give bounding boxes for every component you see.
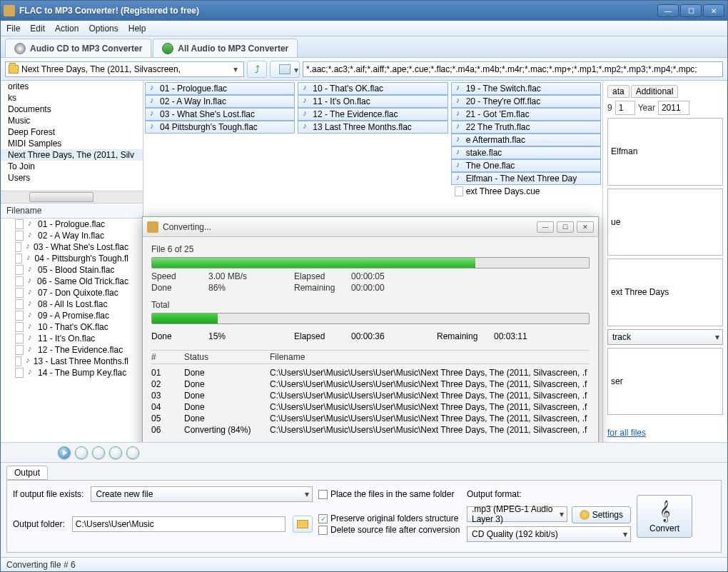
list-item[interactable]: 04 - Pittsburgh's Tough.fl <box>1 253 143 264</box>
list-item[interactable]: 01 - Prologue.flac <box>1 219 143 230</box>
output-tab[interactable]: Output <box>6 466 48 480</box>
year-field[interactable]: 2011 <box>658 101 689 115</box>
artist-field[interactable]: Elfman <box>607 118 723 186</box>
favorites-scroll[interactable] <box>1 191 143 203</box>
col-filename[interactable]: Filename <box>270 352 590 362</box>
tab-metadata[interactable]: ata <box>607 85 630 98</box>
menu-help[interactable]: Help <box>128 24 146 34</box>
grid-cell[interactable]: 22 The Truth.flac <box>451 121 601 134</box>
genre-field[interactable]: ue <box>607 189 723 256</box>
grid-cell[interactable]: 12 - The Evidence.flac <box>298 108 448 121</box>
grid-cell[interactable]: 03 - What She's Lost.flac <box>145 108 295 121</box>
grid-cell[interactable]: e Aftermath.flac <box>451 134 601 146</box>
grid-cell[interactable]: 19 - The Switch.flac <box>451 82 601 95</box>
fav-item[interactable]: ks <box>1 92 143 104</box>
col-status[interactable]: Status <box>184 352 270 362</box>
play-button[interactable] <box>58 446 71 459</box>
grid-cell[interactable]: 04 Pittsburgh's Tough.flac <box>145 121 295 134</box>
modal-maximize-button[interactable]: ☐ <box>557 221 574 233</box>
filename-header[interactable]: Filename <box>1 204 143 218</box>
fav-item[interactable]: MIDI Samples <box>1 138 143 149</box>
album-field[interactable]: ext Three Days <box>607 259 723 326</box>
settings-button[interactable]: Settings <box>572 506 631 523</box>
grid-cell[interactable]: 11 - It's On.flac <box>298 95 448 108</box>
fav-item[interactable]: Documents <box>1 104 143 115</box>
track-file-list[interactable]: 01 - Prologue.flac 02 - A Way In.flac 03… <box>1 218 143 442</box>
menu-action[interactable]: Action <box>55 24 79 34</box>
scroll-thumb[interactable] <box>29 192 93 202</box>
chevron-down-icon[interactable]: ▾ <box>231 64 241 74</box>
table-row[interactable]: 03DoneC:\Users\User\Music\Users\User\Mus… <box>151 390 590 401</box>
fav-item[interactable]: Deep Forest <box>1 126 143 138</box>
list-item[interactable]: 09 - A Promise.flac <box>1 310 143 321</box>
list-item[interactable]: 05 - Blood Stain.flac <box>1 264 143 276</box>
path-combo[interactable]: Next Three Days, The (2011, Silvascreen,… <box>5 61 244 77</box>
quality-select[interactable]: CD Quality (192 kbit/s) <box>467 526 631 542</box>
preserve-check[interactable]: ✓Preserve original folders structure <box>318 513 461 523</box>
prev-button[interactable] <box>75 446 88 459</box>
list-item[interactable]: 06 - Same Old Trick.flac <box>1 276 143 287</box>
grid-cell[interactable]: stake.flac <box>451 146 601 159</box>
grid-cell[interactable]: 21 - Got 'Em.flac <box>451 108 601 121</box>
grid-cell[interactable]: 01 - Prologue.flac <box>145 82 295 95</box>
pause-button[interactable] <box>109 446 122 459</box>
grid-cell[interactable]: Elfman - The Next Three Day <box>451 172 601 185</box>
list-item[interactable]: 02 - A Way In.flac <box>1 230 143 241</box>
grid-cell[interactable]: ext Three Days.cue <box>451 185 601 198</box>
convert-button[interactable]: 𝄞Convert <box>637 495 692 538</box>
table-row[interactable]: 04DoneC:\Users\User\Music\Users\User\Mus… <box>151 401 590 413</box>
track-num-field[interactable]: 1 <box>615 101 635 115</box>
app-icon <box>4 5 15 16</box>
browse-folder-button[interactable] <box>293 516 313 533</box>
modal-minimize-button[interactable]: — <box>537 221 554 233</box>
list-item[interactable]: 11 - It's On.flac <box>1 333 143 344</box>
menu-file[interactable]: File <box>6 24 20 34</box>
table-row[interactable]: 01DoneC:\Users\User\Music\Users\User\Mus… <box>151 367 590 378</box>
format-select[interactable]: .mp3 (MPEG-1 Audio Layer 3) <box>467 506 567 522</box>
extensions-filter[interactable]: *.aac;*.ac3;*.aif;*.aiff;*.ape;*.cue;*.f… <box>303 61 723 77</box>
list-item[interactable]: 14 - The Bump Key.flac <box>1 367 143 378</box>
view-button[interactable] <box>270 61 300 78</box>
type-select[interactable]: track <box>607 329 723 345</box>
menu-edit[interactable]: Edit <box>30 24 45 34</box>
fav-item[interactable]: orites <box>1 81 143 92</box>
next-button[interactable] <box>92 446 105 459</box>
menu-options[interactable]: Options <box>89 24 118 34</box>
tab-all-to-mp3[interactable]: All Audio to MP3 Converter <box>153 39 298 57</box>
grid-cell[interactable]: 20 - They're Off.flac <box>451 95 601 108</box>
list-item[interactable]: 08 - All Is Lost.flac <box>1 298 143 310</box>
grid-cell[interactable]: 13 Last Three Months.flac <box>298 121 448 134</box>
up-folder-button[interactable]: ⤴ <box>247 61 267 78</box>
table-row[interactable]: 06Converting (84%)C:\Users\User\Music\Us… <box>151 424 590 436</box>
output-folder-field[interactable]: C:\Users\User\Music <box>72 516 285 532</box>
maximize-button[interactable]: ☐ <box>680 4 702 17</box>
tab-cd-to-mp3[interactable]: Audio CD to MP3 Converter <box>5 39 151 57</box>
fav-item[interactable]: To Join <box>1 161 143 172</box>
apply-all-link[interactable]: for all files <box>607 428 723 438</box>
favorites-list[interactable]: orites ks Documents Music Deep Forest MI… <box>1 81 143 204</box>
list-item[interactable]: 13 - Last Three Months.fl <box>1 356 143 367</box>
col-hash[interactable]: # <box>151 352 184 362</box>
modal-close-button[interactable]: ✕ <box>577 221 594 233</box>
minimize-button[interactable]: — <box>657 4 679 17</box>
list-item[interactable]: 03 - What She's Lost.flac <box>1 241 143 253</box>
list-item[interactable]: 12 - The Evidence.flac <box>1 344 143 356</box>
delete-src-check[interactable]: Delete source file after conversion <box>318 525 461 535</box>
note-icon <box>301 109 310 119</box>
list-item[interactable]: 07 - Don Quixote.flac <box>1 287 143 298</box>
tab-additional[interactable]: Additional <box>631 85 679 98</box>
grid-cell[interactable]: 10 - That's OK.flac <box>298 82 448 95</box>
close-button[interactable]: ✕ <box>703 4 724 17</box>
fav-item[interactable]: Next Three Days, The (2011, Silv <box>1 149 143 161</box>
copyright-field[interactable]: ser <box>607 348 723 416</box>
list-item[interactable]: 10 - That's OK.flac <box>1 321 143 333</box>
table-row[interactable]: 05DoneC:\Users\User\Music\Users\User\Mus… <box>151 413 590 424</box>
stop-button[interactable] <box>126 446 139 459</box>
fav-item[interactable]: Users <box>1 172 143 184</box>
grid-cell[interactable]: The One.flac <box>451 159 601 172</box>
if-exists-select[interactable]: Create new file <box>91 486 313 502</box>
table-row[interactable]: 02DoneC:\Users\User\Music\Users\User\Mus… <box>151 378 590 390</box>
fav-item[interactable]: Music <box>1 115 143 126</box>
grid-cell[interactable]: 02 - A Way In.flac <box>145 95 295 108</box>
place-same-check[interactable]: Place the files in the same folder <box>318 489 461 499</box>
